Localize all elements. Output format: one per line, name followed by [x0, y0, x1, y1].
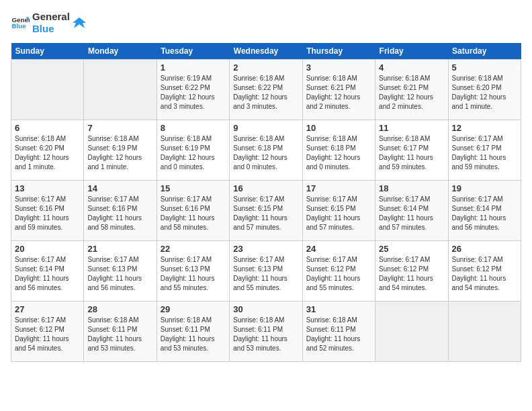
day-info: Sunrise: 6:19 AM Sunset: 6:22 PM Dayligh… — [161, 74, 226, 111]
calendar-cell: 10Sunrise: 6:18 AM Sunset: 6:18 PM Dayli… — [302, 120, 375, 181]
day-info: Sunrise: 6:18 AM Sunset: 6:21 PM Dayligh… — [379, 74, 444, 111]
day-number: 10 — [306, 123, 371, 133]
svg-marker-3 — [73, 17, 86, 28]
day-info: Sunrise: 6:18 AM Sunset: 6:20 PM Dayligh… — [15, 134, 80, 172]
calendar-week-2: 6Sunrise: 6:18 AM Sunset: 6:20 PM Daylig… — [11, 120, 521, 181]
day-info: Sunrise: 6:18 AM Sunset: 6:18 PM Dayligh… — [233, 134, 298, 172]
day-number: 26 — [452, 244, 517, 254]
day-number: 3 — [306, 62, 371, 73]
calendar-cell: 18Sunrise: 6:17 AM Sunset: 6:14 PM Dayli… — [375, 181, 448, 241]
day-info: Sunrise: 6:17 AM Sunset: 6:16 PM Dayligh… — [15, 195, 80, 232]
calendar-cell: 19Sunrise: 6:17 AM Sunset: 6:14 PM Dayli… — [448, 181, 521, 241]
calendar-week-3: 13Sunrise: 6:17 AM Sunset: 6:16 PM Dayli… — [11, 181, 521, 241]
calendar-cell: 5Sunrise: 6:18 AM Sunset: 6:20 PM Daylig… — [448, 60, 521, 120]
calendar-cell: 8Sunrise: 6:18 AM Sunset: 6:19 PM Daylig… — [157, 120, 229, 181]
calendar-cell: 7Sunrise: 6:18 AM Sunset: 6:19 PM Daylig… — [84, 120, 157, 181]
day-number: 28 — [87, 304, 152, 314]
weekday-header-wednesday: Wednesday — [230, 43, 302, 60]
weekday-header-thursday: Thursday — [302, 43, 375, 60]
calendar-cell: 16Sunrise: 6:17 AM Sunset: 6:15 PM Dayli… — [230, 181, 302, 241]
calendar-cell: 28Sunrise: 6:18 AM Sunset: 6:11 PM Dayli… — [84, 302, 157, 362]
svg-text:Blue: Blue — [11, 22, 26, 30]
day-number: 29 — [161, 304, 226, 314]
calendar-cell: 14Sunrise: 6:17 AM Sunset: 6:16 PM Dayli… — [84, 181, 157, 241]
day-info: Sunrise: 6:17 AM Sunset: 6:14 PM Dayligh… — [15, 255, 80, 293]
logo: General Blue General Blue — [11, 11, 86, 35]
calendar-cell: 25Sunrise: 6:17 AM Sunset: 6:12 PM Dayli… — [375, 241, 448, 302]
day-number: 19 — [452, 183, 517, 193]
day-number: 12 — [452, 123, 517, 133]
calendar-cell — [84, 60, 157, 120]
logo-bird-icon — [73, 16, 86, 30]
calendar-table: SundayMondayTuesdayWednesdayThursdayFrid… — [11, 43, 521, 362]
day-info: Sunrise: 6:17 AM Sunset: 6:12 PM Dayligh… — [452, 255, 517, 293]
day-number: 18 — [379, 183, 444, 193]
calendar-cell: 26Sunrise: 6:17 AM Sunset: 6:12 PM Dayli… — [448, 241, 521, 302]
calendar-cell — [11, 60, 84, 120]
day-number: 11 — [379, 123, 444, 133]
weekday-header-saturday: Saturday — [448, 43, 521, 60]
day-number: 8 — [161, 123, 226, 133]
day-number: 13 — [15, 183, 80, 193]
day-number: 31 — [306, 304, 371, 314]
calendar-cell: 21Sunrise: 6:17 AM Sunset: 6:13 PM Dayli… — [84, 241, 157, 302]
calendar-cell: 2Sunrise: 6:18 AM Sunset: 6:22 PM Daylig… — [230, 60, 302, 120]
day-info: Sunrise: 6:17 AM Sunset: 6:14 PM Dayligh… — [452, 195, 517, 232]
day-info: Sunrise: 6:18 AM Sunset: 6:11 PM Dayligh… — [306, 316, 371, 353]
calendar-cell: 31Sunrise: 6:18 AM Sunset: 6:11 PM Dayli… — [302, 302, 375, 362]
day-number: 30 — [233, 304, 298, 314]
day-info: Sunrise: 6:17 AM Sunset: 6:13 PM Dayligh… — [87, 255, 152, 293]
calendar-cell: 17Sunrise: 6:17 AM Sunset: 6:15 PM Dayli… — [302, 181, 375, 241]
day-number: 9 — [233, 123, 298, 133]
day-info: Sunrise: 6:17 AM Sunset: 6:13 PM Dayligh… — [161, 255, 226, 293]
day-number: 17 — [306, 183, 371, 193]
calendar-cell: 6Sunrise: 6:18 AM Sunset: 6:20 PM Daylig… — [11, 120, 84, 181]
day-info: Sunrise: 6:17 AM Sunset: 6:17 PM Dayligh… — [452, 134, 517, 172]
calendar-cell: 24Sunrise: 6:17 AM Sunset: 6:12 PM Dayli… — [302, 241, 375, 302]
day-info: Sunrise: 6:18 AM Sunset: 6:19 PM Dayligh… — [87, 134, 152, 172]
calendar-week-5: 27Sunrise: 6:17 AM Sunset: 6:12 PM Dayli… — [11, 302, 521, 362]
calendar-header: SundayMondayTuesdayWednesdayThursdayFrid… — [11, 43, 521, 60]
day-info: Sunrise: 6:18 AM Sunset: 6:20 PM Dayligh… — [452, 74, 517, 111]
calendar-cell: 15Sunrise: 6:17 AM Sunset: 6:16 PM Dayli… — [157, 181, 229, 241]
day-number: 23 — [233, 244, 298, 254]
weekday-header-tuesday: Tuesday — [157, 43, 229, 60]
calendar-cell: 27Sunrise: 6:17 AM Sunset: 6:12 PM Dayli… — [11, 302, 84, 362]
day-number: 25 — [379, 244, 444, 254]
calendar-week-4: 20Sunrise: 6:17 AM Sunset: 6:14 PM Dayli… — [11, 241, 521, 302]
day-number: 5 — [452, 62, 517, 73]
calendar-cell: 12Sunrise: 6:17 AM Sunset: 6:17 PM Dayli… — [448, 120, 521, 181]
weekday-header-monday: Monday — [84, 43, 157, 60]
day-number: 7 — [87, 123, 152, 133]
day-number: 2 — [233, 62, 298, 73]
calendar-cell: 20Sunrise: 6:17 AM Sunset: 6:14 PM Dayli… — [11, 241, 84, 302]
calendar-cell: 23Sunrise: 6:17 AM Sunset: 6:13 PM Dayli… — [230, 241, 302, 302]
day-number: 4 — [379, 62, 444, 73]
weekday-header-sunday: Sunday — [11, 43, 84, 60]
logo-icon: General Blue — [11, 13, 30, 32]
day-info: Sunrise: 6:17 AM Sunset: 6:12 PM Dayligh… — [306, 255, 371, 293]
day-number: 15 — [161, 183, 226, 193]
day-number: 21 — [87, 244, 152, 254]
day-info: Sunrise: 6:18 AM Sunset: 6:11 PM Dayligh… — [161, 316, 226, 353]
calendar-cell: 29Sunrise: 6:18 AM Sunset: 6:11 PM Dayli… — [157, 302, 229, 362]
calendar-cell: 3Sunrise: 6:18 AM Sunset: 6:21 PM Daylig… — [302, 60, 375, 120]
day-number: 6 — [15, 123, 80, 133]
calendar-cell: 4Sunrise: 6:18 AM Sunset: 6:21 PM Daylig… — [375, 60, 448, 120]
calendar-cell: 1Sunrise: 6:19 AM Sunset: 6:22 PM Daylig… — [157, 60, 229, 120]
calendar-cell — [448, 302, 521, 362]
calendar-week-1: 1Sunrise: 6:19 AM Sunset: 6:22 PM Daylig… — [11, 60, 521, 120]
logo-general: General — [32, 11, 70, 23]
day-info: Sunrise: 6:18 AM Sunset: 6:22 PM Dayligh… — [233, 74, 298, 111]
day-number: 20 — [15, 244, 80, 254]
weekday-header-friday: Friday — [375, 43, 448, 60]
day-info: Sunrise: 6:18 AM Sunset: 6:19 PM Dayligh… — [161, 134, 226, 172]
logo-blue: Blue — [32, 23, 70, 35]
day-number: 27 — [15, 304, 80, 314]
calendar-cell — [375, 302, 448, 362]
day-info: Sunrise: 6:18 AM Sunset: 6:18 PM Dayligh… — [306, 134, 371, 172]
day-info: Sunrise: 6:18 AM Sunset: 6:17 PM Dayligh… — [379, 134, 444, 172]
day-info: Sunrise: 6:17 AM Sunset: 6:16 PM Dayligh… — [161, 195, 226, 232]
day-number: 24 — [306, 244, 371, 254]
day-info: Sunrise: 6:17 AM Sunset: 6:14 PM Dayligh… — [379, 195, 444, 232]
